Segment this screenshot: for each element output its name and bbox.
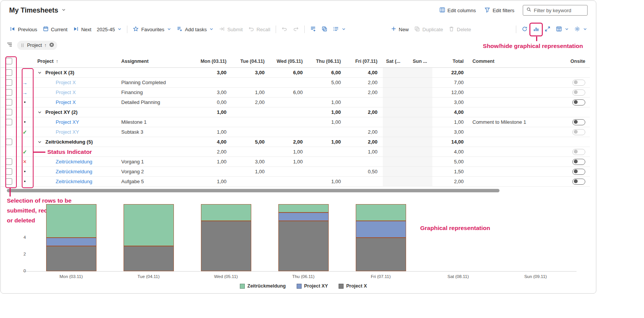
edit-columns-button[interactable]: Edit columns xyxy=(439,7,476,14)
legend-item-zeitrückmeldung[interactable]: Zeitrückmeldung xyxy=(240,283,286,289)
day-cell[interactable] xyxy=(346,97,383,107)
day-cell[interactable]: 3,00 xyxy=(232,157,270,166)
duplicate-button[interactable]: Duplicate xyxy=(411,24,446,35)
day-cell[interactable]: 1,00 xyxy=(194,157,232,166)
day-cell[interactable] xyxy=(308,167,346,176)
day-cell[interactable] xyxy=(383,167,406,176)
comment-cell[interactable] xyxy=(469,177,565,186)
task-row[interactable]: →Project XPlanning Completed5,002,007,00 xyxy=(1,78,590,88)
day-cell[interactable] xyxy=(232,147,270,157)
day-cell[interactable] xyxy=(232,117,270,127)
onsite-toggle[interactable] xyxy=(572,129,585,135)
collapse-chevron-icon[interactable] xyxy=(37,70,42,75)
project-link[interactable]: Project X xyxy=(56,89,76,95)
comment-cell[interactable] xyxy=(469,147,565,157)
day-cell[interactable] xyxy=(406,78,432,87)
day-cell[interactable]: 0,00 xyxy=(194,97,232,107)
column-header-total[interactable]: Total xyxy=(432,55,469,67)
day-cell[interactable]: 2,00 xyxy=(232,97,270,107)
favourites-dropdown[interactable]: Favourites xyxy=(130,24,174,35)
column-header-thu[interactable]: Thu (06.11) xyxy=(308,55,346,67)
day-cell[interactable] xyxy=(270,127,308,137)
add-tasks-dropdown[interactable]: Add tasks xyxy=(174,24,216,35)
day-cell[interactable]: 3,00 xyxy=(194,88,232,97)
task-row[interactable]: ✓Project XYSubtask 31,002,003,00 xyxy=(1,127,590,137)
collapse-chevron-icon[interactable] xyxy=(37,110,42,115)
day-cell[interactable]: 1,00 xyxy=(346,147,383,157)
column-header-project[interactable]: Project ↑ xyxy=(32,55,119,67)
day-cell[interactable] xyxy=(406,147,432,157)
comment-cell[interactable]: Comment to Milestone 1 xyxy=(469,117,565,127)
day-cell[interactable]: 1,00 xyxy=(194,127,232,137)
project-link[interactable]: Project XY xyxy=(56,129,79,135)
day-cell[interactable]: 1,00 xyxy=(308,117,346,127)
duplicate-view-button[interactable] xyxy=(319,24,330,35)
comment-cell[interactable] xyxy=(469,157,565,166)
day-cell[interactable]: 1,00 xyxy=(194,177,232,186)
group-project-cell[interactable]: Project XY (2) xyxy=(32,107,119,117)
day-cell[interactable] xyxy=(270,177,308,186)
column-header-comment[interactable]: Comment xyxy=(469,55,565,67)
day-cell[interactable] xyxy=(270,78,308,87)
day-cell[interactable]: 6,00 xyxy=(270,88,308,97)
day-cell[interactable] xyxy=(383,127,406,137)
day-cell[interactable] xyxy=(232,177,270,186)
day-cell[interactable] xyxy=(346,157,383,166)
day-cell[interactable] xyxy=(270,97,308,107)
day-cell[interactable] xyxy=(308,88,346,97)
group-project-cell[interactable]: Zeitrückmeldung (5) xyxy=(32,137,119,147)
remove-group-icon[interactable] xyxy=(49,42,55,49)
day-cell[interactable] xyxy=(383,177,406,186)
group-row[interactable]: Project X (3)3,003,006,006,004,0022,00 xyxy=(1,68,590,78)
settings-dropdown[interactable] xyxy=(572,24,590,35)
day-cell[interactable] xyxy=(383,157,406,166)
day-cell[interactable]: 1,00 xyxy=(232,167,270,176)
group-by-icon[interactable] xyxy=(6,42,13,49)
project-link[interactable]: Project X xyxy=(56,80,76,85)
column-header-sat[interactable]: Sat (... xyxy=(383,55,406,67)
day-cell[interactable] xyxy=(270,117,308,127)
edit-filters-button[interactable]: Edit filters xyxy=(484,7,514,14)
comment-cell[interactable] xyxy=(469,167,565,176)
keyword-filter-input[interactable] xyxy=(534,8,584,13)
day-cell[interactable] xyxy=(406,117,432,127)
day-cell[interactable] xyxy=(194,78,232,87)
onsite-toggle[interactable] xyxy=(572,119,585,125)
day-cell[interactable] xyxy=(270,167,308,176)
period-dropdown[interactable]: 2025-45 xyxy=(94,24,125,35)
onsite-toggle[interactable] xyxy=(572,179,585,185)
column-header-tue[interactable]: Tue (04.11) xyxy=(232,55,270,67)
comment-cell[interactable] xyxy=(469,78,565,87)
onsite-toggle[interactable] xyxy=(572,169,585,175)
refresh-button[interactable] xyxy=(519,24,530,35)
project-link[interactable]: Zeitrückmeldung xyxy=(56,179,92,184)
submit-button[interactable]: Submit xyxy=(216,24,245,35)
project-link[interactable]: Project X xyxy=(56,99,76,105)
day-cell[interactable]: 1,00 xyxy=(232,88,270,97)
day-cell[interactable] xyxy=(383,97,406,107)
day-cell[interactable] xyxy=(383,88,406,97)
group-row[interactable]: Zeitrückmeldung (5)4,005,002,001,002,001… xyxy=(1,137,590,147)
day-cell[interactable]: 1,00 xyxy=(308,177,346,186)
day-cell[interactable]: 1,00 xyxy=(308,97,346,107)
recall-button[interactable]: Recall xyxy=(246,24,273,35)
fullscreen-button[interactable] xyxy=(542,24,553,35)
day-cell[interactable] xyxy=(232,78,270,87)
day-cell[interactable] xyxy=(383,78,406,87)
task-row[interactable]: →Project XFinancing3,001,006,002,0012,00 xyxy=(1,88,590,97)
onsite-toggle[interactable] xyxy=(572,149,585,155)
column-header-wed[interactable]: Wed (05.11) xyxy=(270,55,308,67)
group-row[interactable]: Project XY (2)1,001,002,004,00 xyxy=(1,107,590,117)
day-cell[interactable] xyxy=(308,147,346,157)
onsite-toggle[interactable] xyxy=(572,89,585,96)
current-button[interactable]: Current xyxy=(40,24,70,35)
redo-button[interactable] xyxy=(290,24,302,35)
legend-item-project-x[interactable]: Project X xyxy=(339,283,367,289)
day-cell[interactable] xyxy=(383,117,406,127)
project-link[interactable]: Zeitrückmeldung xyxy=(56,169,92,174)
collapse-chevron-icon[interactable] xyxy=(37,140,42,144)
column-header-assignment[interactable]: Assignment xyxy=(119,55,194,67)
day-cell[interactable]: 2,00 xyxy=(194,147,232,157)
undo-button[interactable] xyxy=(279,24,290,35)
project-link[interactable]: Zeitrückmeldung xyxy=(56,159,92,165)
